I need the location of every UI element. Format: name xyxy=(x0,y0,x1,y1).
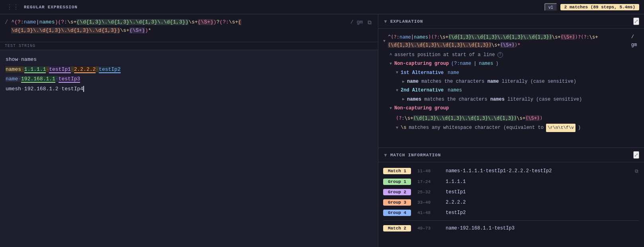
match-row-group2: Group 2 25–32 testIp1 xyxy=(378,187,644,197)
match-row-group1: Group 1 17–24 1.1.1.1 xyxy=(378,177,644,187)
exp-toggle-alt2[interactable] xyxy=(396,87,398,94)
match-info-area: Match 1 11–48 names·1.1.1.1·testIp1·2.2.… xyxy=(378,162,644,247)
match-info-header: ▼ MATCH INFORMATION ⤢ xyxy=(378,148,644,162)
match-value-g1: 1.1.1.1 xyxy=(446,179,639,185)
exp-toggle-noncap1[interactable] xyxy=(390,60,392,67)
exp-toggle-noncap2[interactable] xyxy=(390,105,392,112)
match-range-g1: 17–24 xyxy=(417,179,439,184)
matches-badge: 2 matches (89 steps, 5.4ms) xyxy=(560,4,639,10)
match-value-2: name·192.168.1.1·testIp3 xyxy=(446,226,639,231)
exp-alt2: 2nd Alternative names xyxy=(383,86,639,95)
match-row-group4: Group 4 41–48 testIp2 xyxy=(378,208,644,218)
match-info-title: MATCH INFORMATION xyxy=(390,153,441,158)
match-value-1: names·1.1.1.1·testIp1·2.2.2.2·testIp2 xyxy=(446,168,628,174)
exp-noncap2: Non-capturing group xyxy=(383,104,639,113)
regex-group2: (\S+) xyxy=(198,19,213,25)
exp-noncap2-regex: (?:\s+(\d{1,3}\.\d{1,3}\.\d{1,3}\.\d{1,3… xyxy=(383,113,639,123)
regex-alt-name: name xyxy=(24,19,36,25)
test-line-3: name·192.168.1.1·testIp3 xyxy=(6,74,372,84)
version-selector[interactable]: v1 xyxy=(544,3,557,11)
regex-group4: (\S+) xyxy=(129,27,145,33)
asserts-help-icon[interactable]: ? xyxy=(497,52,503,58)
regex-area: / ^(?:name|names)(?:\s+(\d{1,3}\.\d{1,3}… xyxy=(0,14,378,42)
explanation-area: ^(?:name|names)(?:\s+(\d{1,3}\.\d{1,3}\.… xyxy=(378,29,644,148)
exp-alt1-desc: name matches the characters name literal… xyxy=(383,77,639,86)
match-value-g4: testIp2 xyxy=(446,210,639,216)
match-value-g2: testIp1 xyxy=(446,189,639,195)
whitespace-box: \r\n\t\f\v xyxy=(546,124,575,132)
exp-alt1: 1st Alternative name xyxy=(383,68,639,77)
regex-flags: / gm xyxy=(350,18,363,25)
match-value-g3: 2.2.2.2 xyxy=(446,200,639,205)
exp-ws-line: \s matches any whitespace character (equ… xyxy=(383,123,639,132)
exp-regex-line: ^(?:name|names)(?:\s+(\d{1,3}\.\d{1,3}\.… xyxy=(383,32,639,51)
exp-asserts-line: ^ asserts position at start of a line ? xyxy=(383,51,639,59)
exp-toggle-alt1-desc[interactable] xyxy=(402,78,405,85)
test-string-label: TEST STRING xyxy=(0,42,378,50)
match1-copy-btn[interactable]: ⧉ xyxy=(634,167,639,175)
regex-input[interactable]: ^(?:name|names)(?:\s+(\d{1,3}\.\d{1,3}\.… xyxy=(11,18,347,35)
regex-noncap1-open: (?: xyxy=(14,19,23,25)
page-title: REGULAR EXPRESSION xyxy=(24,5,541,10)
match-divider xyxy=(383,220,639,221)
regex-group1: (\d{1,3}\.\d{1,3}\.\d{1,3}\.\d{1,3}) xyxy=(76,19,188,25)
left-panel: / ^(?:name|names)(?:\s+(\d{1,3}\.\d{1,3}… xyxy=(0,14,378,247)
exp-noncap1: Non-capturing group (?:name|names) xyxy=(383,59,639,68)
exp-toggle-regex[interactable] xyxy=(383,38,386,45)
match-row-group3: Group 3 33–40 2.2.2.2 xyxy=(378,197,644,208)
explanation-title: EXPLANATION xyxy=(390,19,423,24)
exp-toggle-alt2-desc[interactable] xyxy=(402,96,405,103)
match-range-g4: 41–48 xyxy=(417,210,439,215)
copy-regex-button[interactable]: ⧉ xyxy=(366,18,373,27)
main-layout: / ^(?:name|names)(?:\s+(\d{1,3}\.\d{1,3}… xyxy=(0,14,644,247)
match-badge-1: Match 1 xyxy=(383,168,411,174)
regex-alt-names: names xyxy=(39,19,55,25)
match-badge-g2: Group 2 xyxy=(383,189,411,195)
match-badge-g1: Group 1 xyxy=(383,179,411,185)
regex-open-delimiter: / xyxy=(5,18,8,25)
test-line-4: umesh·192.168.1.2·testIp4 xyxy=(6,84,372,94)
explanation-expand-btn[interactable]: ⤢ xyxy=(633,18,639,25)
match-range-2: 49–73 xyxy=(417,226,439,231)
drag-handle[interactable]: ⋮⋮ xyxy=(5,3,21,11)
match-row-match1: Match 1 11–48 names·1.1.1.1·testIp1·2.2.… xyxy=(378,165,644,177)
top-bar: ⋮⋮ REGULAR EXPRESSION v1 2 matches (89 s… xyxy=(0,0,644,14)
match-badge-g3: Group 3 xyxy=(383,199,411,206)
exp-toggle-alt1[interactable] xyxy=(396,69,398,76)
match-badge-2: Match 2 xyxy=(383,225,411,231)
match-badge-g4: Group 4 xyxy=(383,210,411,216)
explanation-header: ▼ EXPLANATION ⤢ xyxy=(378,14,644,29)
match-row-match2: Match 2 49–73 name·192.168.1.1·testIp3 xyxy=(378,223,644,233)
match-info-collapse-btn[interactable]: ▼ xyxy=(383,152,388,158)
match-range-g3: 33–40 xyxy=(417,200,439,205)
match-range-g2: 25–32 xyxy=(417,190,439,194)
exp-alt2-desc: names matches the characters names liter… xyxy=(383,95,639,104)
explanation-collapse-btn[interactable]: ▼ xyxy=(383,19,388,24)
right-panel: ▼ EXPLANATION ⤢ ^(?:name|names)(?:\s+(\d… xyxy=(378,14,644,247)
exp-toggle-ws[interactable] xyxy=(396,124,398,131)
test-line-2: names·1.1.1.1·testIp1·2.2.2.2·testIp2 xyxy=(6,65,372,75)
test-line-1: show·names xyxy=(6,55,372,65)
match-info-expand-btn[interactable]: ⤢ xyxy=(633,151,639,159)
test-string-area[interactable]: show·names names·1.1.1.1·testIp1·2.2.2.2… xyxy=(0,50,378,247)
match-range-1: 11–48 xyxy=(417,169,439,173)
